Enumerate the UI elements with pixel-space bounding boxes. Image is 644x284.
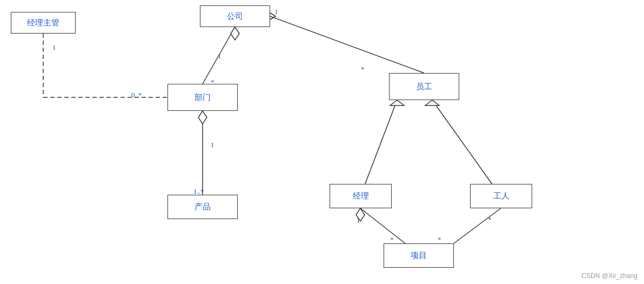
svg-line-11 — [360, 208, 405, 243]
box-bumen: 部门 — [167, 84, 238, 111]
label-1-jlzg: 1 — [52, 43, 56, 52]
label-star-bumen-top: * — [211, 78, 214, 87]
label-star-xiangmu-jingli: * — [390, 235, 394, 244]
svg-marker-5 — [198, 111, 207, 124]
uml-diagram: 经理主管 公司 部门 产品 员工 经理 工人 项目 1 1 * 1 1..* *… — [0, 0, 644, 284]
box-chanpin: 产品 — [167, 195, 238, 219]
svg-marker-3 — [231, 27, 239, 40]
label-1-jingli-xiangmu: 1 — [357, 216, 360, 225]
label-star-yuangong-top: * — [361, 65, 365, 74]
svg-marker-8 — [390, 100, 404, 105]
label-1-gongsi-bumen-top: 1 — [218, 52, 222, 61]
box-jinglizhuguan: 经理主管 — [11, 12, 76, 34]
box-yuangong: 员工 — [389, 73, 459, 100]
svg-marker-10 — [425, 100, 439, 105]
box-xiangmu: 项目 — [384, 243, 454, 268]
label-star-xiangmu-gongren: * — [438, 235, 441, 244]
svg-line-7 — [360, 100, 397, 196]
box-jingli: 经理 — [330, 184, 392, 208]
svg-line-6 — [270, 16, 424, 73]
label-star-gongren-xiangmu: * — [488, 215, 492, 224]
watermark: CSDN @Xir_zhang — [581, 272, 638, 280]
diagram-lines — [0, 0, 644, 284]
box-gongsi: 公司 — [200, 5, 270, 27]
label-1-gongsi-right: 1 — [274, 8, 278, 16]
label-1star-chanpin: 1..* — [193, 187, 204, 196]
label-1-bumen-chanpin: 1 — [211, 141, 214, 149]
label-0star-dashed: 0..* — [131, 91, 142, 100]
box-gongren: 工人 — [470, 184, 532, 208]
svg-line-13 — [454, 208, 501, 243]
svg-line-9 — [432, 100, 501, 196]
